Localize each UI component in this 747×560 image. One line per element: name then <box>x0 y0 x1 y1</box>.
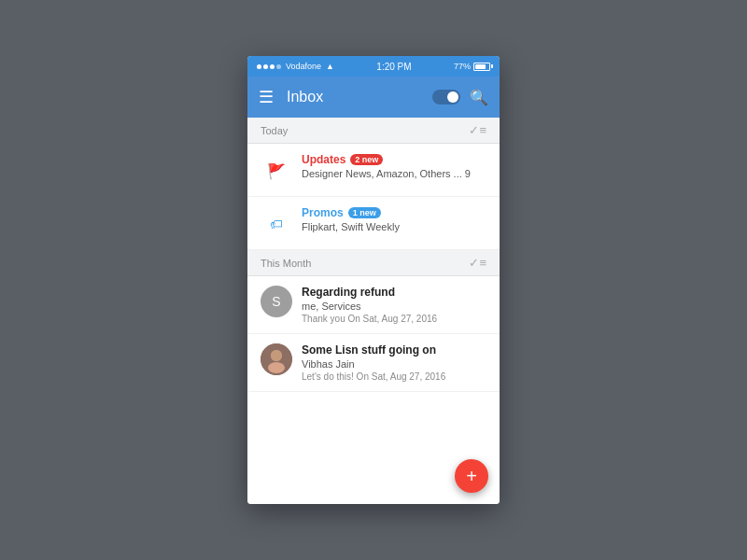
promos-item[interactable]: 🏷 Promos 1 new Flipkart, Swift Weekly <box>247 197 500 250</box>
toggle-button[interactable] <box>432 90 460 105</box>
month-label: This Month <box>261 258 311 269</box>
today-items: 🚩 Updates 2 new Designer News, Amazon, O… <box>247 144 500 250</box>
today-label: Today <box>261 125 288 136</box>
refund-avatar: S <box>261 286 292 317</box>
toolbar: ☰ Inbox 🔍 <box>247 77 500 118</box>
promos-title: Promos <box>302 206 344 219</box>
signal-icon <box>257 64 281 69</box>
toolbar-title: Inbox <box>287 89 432 105</box>
updates-title: Updates <box>302 153 345 166</box>
refund-email-content: Regarding refund me, Services Thank you … <box>302 286 486 324</box>
refund-subject: Regarding refund <box>302 286 486 299</box>
month-section-header: This Month ✓≡ <box>247 250 500 276</box>
promos-content: Promos 1 new Flipkart, Swift Weekly <box>302 206 486 232</box>
compose-fab[interactable]: + <box>455 459 488 493</box>
lisn-email-content: Some Lisn stuff going on Vibhas Jain Let… <box>302 343 486 382</box>
status-bar: Vodafone ▲ 1:20 PM 77% <box>247 56 500 77</box>
updates-content: Updates 2 new Designer News, Amazon, Oth… <box>302 153 486 179</box>
updates-subtitle: Designer News, Amazon, Others ... 9 <box>302 168 486 179</box>
menu-button[interactable]: ☰ <box>259 87 274 107</box>
refund-preview: Thank you On Sat, Aug 27, 2016 <box>302 314 486 324</box>
carrier-text: Vodafone <box>286 62 321 71</box>
status-right: 77% <box>454 62 490 71</box>
month-items: S Regarding refund me, Services Thank yo… <box>247 276 500 392</box>
search-button[interactable]: 🔍 <box>470 89 488 106</box>
svg-point-3 <box>271 350 282 361</box>
status-left: Vodafone ▲ <box>257 62 334 71</box>
lisn-avatar <box>261 343 292 375</box>
month-check-all[interactable]: ✓≡ <box>469 256 486 270</box>
promos-badge: 1 new <box>348 207 381 218</box>
fab-container: + <box>247 392 500 504</box>
today-section-header: Today ✓≡ <box>247 118 500 144</box>
promos-icon-container: 🏷 <box>261 208 292 240</box>
tag-icon: 🏷 <box>270 217 283 231</box>
lisn-from: Vibhas Jain <box>302 358 486 370</box>
promos-title-row: Promos 1 new <box>302 206 486 219</box>
refund-email-item[interactable]: S Regarding refund me, Services Thank yo… <box>247 276 500 334</box>
battery-percent: 77% <box>454 62 471 71</box>
toolbar-actions: 🔍 <box>432 89 488 106</box>
updates-badge: 2 new <box>350 154 383 165</box>
refund-from: me, Services <box>302 301 486 312</box>
lisn-email-item[interactable]: Some Lisn stuff going on Vibhas Jain Let… <box>247 334 500 392</box>
phone-frame: Vodafone ▲ 1:20 PM 77% ☰ Inbox 🔍 Today ✓… <box>247 56 500 504</box>
updates-icon-container: 🚩 <box>261 155 292 187</box>
svg-point-2 <box>268 362 285 373</box>
status-time: 1:20 PM <box>376 62 411 72</box>
battery-icon <box>473 63 490 71</box>
lisn-subject: Some Lisn stuff going on <box>302 343 486 357</box>
wifi-icon: ▲ <box>326 62 334 71</box>
promos-subtitle: Flipkart, Swift Weekly <box>302 221 486 232</box>
flag-icon: 🚩 <box>267 162 286 180</box>
updates-item[interactable]: 🚩 Updates 2 new Designer News, Amazon, O… <box>247 144 500 197</box>
lisn-preview: Let's do this! On Sat, Aug 27, 2016 <box>302 371 486 382</box>
today-check-all[interactable]: ✓≡ <box>469 123 486 137</box>
updates-title-row: Updates 2 new <box>302 153 486 166</box>
